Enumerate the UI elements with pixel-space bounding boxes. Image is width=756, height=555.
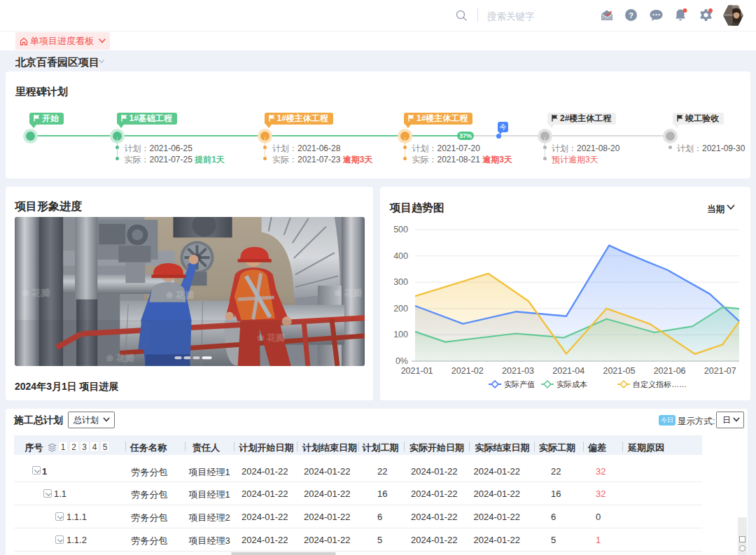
svg-text:100: 100 [393, 330, 408, 339]
svg-text:实际成本: 实际成本 [556, 380, 587, 388]
svg-text:2021-03: 2021-03 [502, 366, 534, 376]
svg-text:300: 300 [393, 277, 408, 287]
svg-text:自定义指标……: 自定义指标…… [633, 380, 687, 388]
svg-text:500: 500 [393, 225, 408, 234]
svg-text:2021-06: 2021-06 [654, 366, 686, 376]
svg-text:2021-04: 2021-04 [552, 366, 584, 376]
svg-text:2021-01: 2021-01 [401, 366, 433, 376]
svg-text:?: ? [629, 11, 634, 20]
svg-text:2021-02: 2021-02 [451, 366, 484, 376]
svg-text:200: 200 [393, 304, 408, 314]
svg-text:实际产值: 实际产值 [504, 380, 535, 388]
svg-text:2021-07: 2021-07 [704, 366, 736, 376]
svg-text:400: 400 [393, 251, 408, 261]
svg-text:2021-05: 2021-05 [603, 366, 635, 376]
svg-text:0%: 0% [396, 356, 408, 366]
